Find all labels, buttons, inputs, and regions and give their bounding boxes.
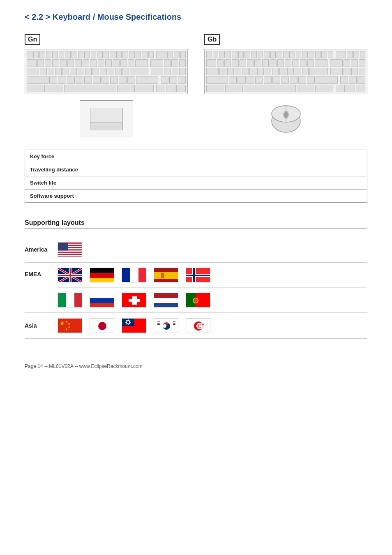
flag-pt: ⚜: [186, 293, 210, 308]
svg-point-72: [98, 322, 106, 330]
gn-keyboard: [25, 49, 188, 94]
flag-ru: [90, 293, 114, 308]
flag-uk: [58, 268, 82, 282]
spec-value-travelling: [107, 163, 367, 176]
svg-rect-15: [58, 254, 82, 255]
svg-rect-47: [186, 275, 210, 276]
svg-line-82: [130, 324, 131, 325]
svg-rect-12: [58, 250, 82, 252]
svg-point-76: [127, 321, 129, 324]
spec-label-software: Software support: [25, 190, 107, 203]
svg-line-84: [126, 324, 127, 325]
svg-rect-58: [154, 298, 178, 303]
svg-rect-13: [58, 252, 82, 253]
spec-row-switchlife: Switch life: [25, 176, 367, 190]
svg-text:⚜: ⚜: [194, 299, 197, 303]
svg-text:⚜: ⚜: [161, 274, 164, 278]
flag-cn: ★ ★ ★ ★ ★: [58, 318, 82, 333]
region-america-flags: ★★★★★★ ★★★★★ ★★★★★★ ★★★★★ ★★★★★★: [58, 237, 367, 262]
gb-unit: Gb: [204, 34, 367, 137]
region-emea-label: EMEA: [25, 263, 58, 284]
svg-rect-32: [90, 268, 114, 273]
svg-rect-59: [154, 303, 178, 308]
svg-rect-39: [154, 272, 178, 279]
svg-text:★: ★: [68, 322, 70, 325]
svg-text:★★★★★★: ★★★★★★: [59, 249, 66, 250]
svg-rect-85: [154, 319, 178, 333]
spec-label-switchlife: Switch life: [25, 176, 107, 190]
svg-rect-34: [90, 278, 114, 282]
region-america-label: America: [25, 240, 58, 259]
svg-rect-37: [138, 268, 146, 282]
svg-rect-6: [58, 244, 82, 245]
svg-rect-40: [154, 279, 178, 282]
svg-rect-16: [58, 255, 82, 256]
svg-text:★★★★★★: ★★★★★★: [59, 244, 66, 245]
svg-rect-49: [66, 293, 74, 308]
svg-text:★: ★: [60, 320, 65, 326]
svg-rect-31: [58, 275, 82, 276]
svg-rect-33: [90, 273, 114, 278]
svg-rect-10: [58, 248, 82, 250]
svg-rect-50: [74, 293, 82, 308]
gn-label: Gn: [25, 34, 40, 45]
svg-text:★: ★: [68, 326, 70, 328]
svg-text:★★★★★: ★★★★★: [59, 247, 65, 249]
gn-trackpad: [80, 100, 133, 137]
svg-rect-8: [58, 246, 82, 247]
supporting-layouts-section: Supporting layouts America: [25, 219, 367, 339]
svg-text:★: ★: [201, 322, 205, 326]
region-emea: EMEA: [25, 263, 367, 313]
svg-rect-14: [58, 253, 82, 254]
flag-fr: [122, 268, 146, 282]
flag-ch: [122, 293, 146, 308]
flag-it: [58, 293, 82, 308]
region-asia-label: Asia: [25, 316, 58, 335]
svg-line-81: [126, 320, 127, 321]
spec-row-software: Software support: [25, 190, 367, 203]
flag-ar: C ★: [186, 318, 210, 333]
gb-keyboard: [204, 49, 367, 94]
region-emea-flags: ⚜: [58, 263, 367, 312]
svg-text:★★★★★★: ★★★★★★: [59, 246, 66, 248]
svg-rect-56: [129, 299, 140, 302]
region-asia-flags: ★ ★ ★ ★ ★: [58, 313, 367, 338]
svg-rect-51: [90, 293, 114, 298]
svg-rect-36: [130, 268, 138, 282]
svg-rect-38: [154, 268, 178, 272]
spec-value-keyforce: [107, 150, 367, 163]
supporting-layouts-title: Supporting layouts: [25, 219, 367, 229]
svg-text:★: ★: [65, 328, 68, 331]
flag-us: ★★★★★★ ★★★★★ ★★★★★★ ★★★★★ ★★★★★★: [58, 242, 82, 257]
flag-de: [90, 268, 114, 282]
svg-line-83: [130, 320, 131, 321]
svg-rect-9: [58, 247, 82, 248]
svg-text:★★★★★: ★★★★★: [59, 245, 65, 247]
svg-rect-57: [154, 293, 178, 298]
flag-no: [186, 268, 210, 282]
svg-rect-52: [90, 298, 114, 303]
svg-rect-35: [122, 268, 130, 282]
flag-es: ⚜: [154, 268, 178, 282]
gn-unit: Gn: [25, 34, 188, 137]
page-title: < 2.2 > Keyboard / Mouse Specifications: [25, 12, 367, 22]
spec-value-software: [107, 190, 367, 203]
svg-rect-48: [58, 293, 66, 308]
region-america: America: [25, 237, 367, 262]
flag-nl: [154, 293, 178, 308]
flag-kr: [154, 318, 178, 333]
spec-row-travelling: Travelling distance: [25, 163, 367, 176]
svg-rect-53: [90, 303, 114, 308]
gb-mouse: [261, 100, 311, 137]
region-asia: Asia ★ ★ ★ ★ ★: [25, 313, 367, 338]
spec-row-keyforce: Key force: [25, 150, 367, 163]
kb-mouse-section: Gn: [25, 34, 367, 137]
spec-label-keyforce: Key force: [25, 150, 107, 163]
spec-label-travelling: Travelling distance: [25, 163, 107, 176]
spec-value-switchlife: [107, 176, 367, 190]
svg-rect-7: [58, 245, 82, 246]
flag-jp: [90, 318, 114, 333]
footer: Page 14 -- ML01V02A -- www.EclipseRackmo…: [25, 363, 367, 369]
flag-tw: [122, 318, 146, 333]
svg-rect-17: [58, 243, 68, 250]
